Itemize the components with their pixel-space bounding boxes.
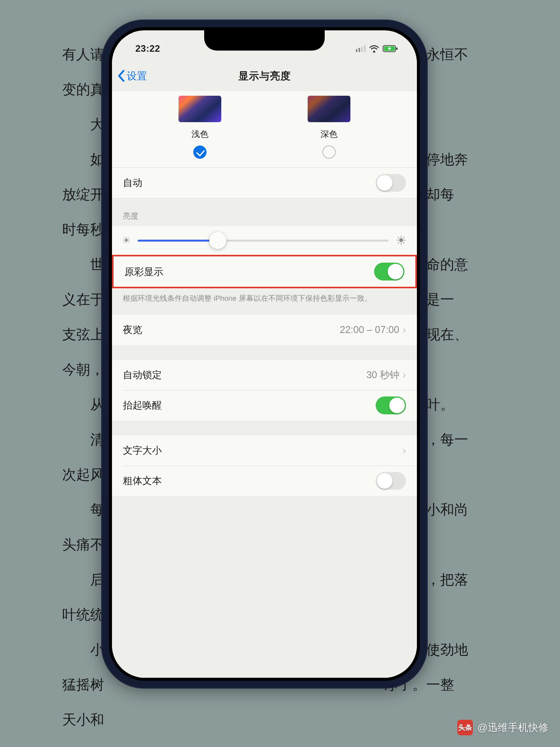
night-shift-row[interactable]: 夜览 22:00 – 07:00 › (112, 315, 417, 345)
nav-bar: 设置 显示与亮度 (112, 61, 417, 91)
raise-to-wake-label: 抬起唤醒 (123, 399, 162, 412)
sun-large-icon: ☀︎ (396, 233, 407, 248)
raise-to-wake-toggle[interactable] (376, 396, 406, 414)
appearance-section: 浅色 深色 (112, 91, 417, 167)
raise-to-wake-row: 抬起唤醒 (112, 390, 417, 421)
true-tone-label: 原彩显示 (124, 265, 163, 278)
night-shift-label: 夜览 (123, 323, 142, 336)
appearance-light-thumbnail (178, 96, 221, 122)
night-shift-value: 22:00 – 07:00 (340, 324, 399, 335)
appearance-dark-thumbnail (308, 96, 350, 122)
notch (204, 30, 325, 51)
svg-point-0 (373, 51, 375, 52)
chevron-left-icon (117, 70, 125, 82)
wifi-icon (369, 45, 379, 53)
appearance-light-radio[interactable] (193, 146, 206, 159)
appearance-light-option[interactable]: 浅色 (178, 96, 221, 159)
content-scroll[interactable]: 浅色 深色 自动 亮度 (112, 91, 417, 678)
appearance-dark-label: 深色 (308, 128, 350, 140)
appearance-light-label: 浅色 (178, 128, 221, 140)
brightness-slider-row: ☀︎ ☀︎ (112, 226, 417, 255)
phone-screen: 23:22 (112, 30, 417, 678)
auto-lock-row[interactable]: 自动锁定 30 秒钟 › (112, 360, 417, 390)
true-tone-highlight: 原彩显示 (112, 255, 417, 288)
chevron-right-icon: › (402, 369, 406, 381)
brightness-slider-knob[interactable] (209, 232, 226, 249)
appearance-dark-radio[interactable] (322, 146, 336, 159)
auto-appearance-label: 自动 (123, 176, 142, 189)
appearance-dark-option[interactable]: 深色 (308, 96, 350, 159)
back-label: 设置 (127, 69, 147, 83)
page-title: 显示与亮度 (238, 69, 291, 83)
true-tone-description: 根据环境光线条件自动调整 iPhone 屏幕以在不同环境下保持色彩显示一致。 (112, 288, 417, 315)
auto-appearance-toggle[interactable] (376, 174, 406, 192)
auto-lock-label: 自动锁定 (123, 368, 162, 381)
sun-small-icon: ☀︎ (122, 235, 131, 246)
bold-text-toggle[interactable] (376, 472, 406, 490)
watermark-badge: 头条 (457, 720, 473, 735)
phone-frame: 23:22 (101, 19, 428, 689)
true-tone-row: 原彩显示 (114, 256, 415, 287)
brightness-slider[interactable] (138, 240, 388, 242)
brightness-header: 亮度 (112, 198, 417, 226)
auto-lock-value: 30 秒钟 (366, 368, 399, 381)
bold-text-row: 粗体文本 (112, 466, 417, 496)
svg-rect-3 (396, 47, 397, 50)
status-time: 23:22 (135, 43, 160, 54)
text-size-label: 文字大小 (123, 444, 162, 457)
text-size-row[interactable]: 文字大小 › (112, 435, 417, 466)
bold-text-label: 粗体文本 (123, 474, 162, 487)
watermark-text: @迅维手机快修 (478, 721, 548, 735)
battery-charging-icon (383, 45, 398, 53)
back-button[interactable]: 设置 (117, 61, 147, 91)
watermark: 头条 @迅维手机快修 (457, 720, 548, 735)
chevron-right-icon: › (402, 444, 406, 457)
chevron-right-icon: › (402, 324, 406, 336)
true-tone-toggle[interactable] (374, 263, 404, 281)
auto-appearance-row: 自动 (112, 167, 417, 198)
cellular-icon (356, 45, 366, 52)
